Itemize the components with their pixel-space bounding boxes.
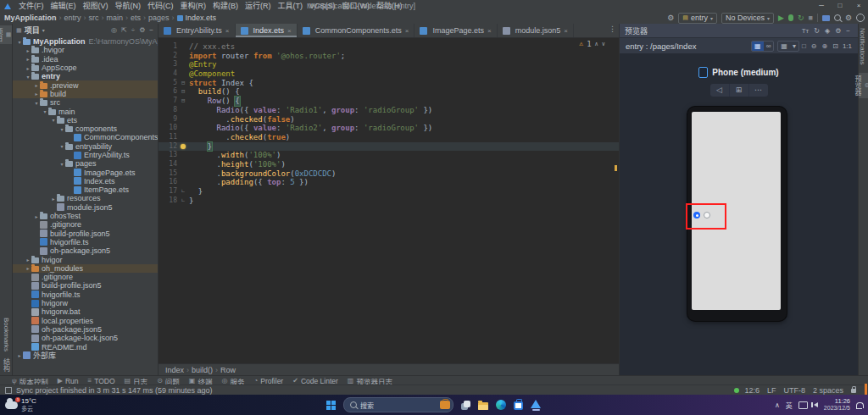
tree-chevron-icon[interactable]: ▸ bbox=[50, 196, 57, 202]
account-avatar[interactable] bbox=[856, 14, 865, 22]
run-button[interactable]: ▶ bbox=[778, 13, 784, 23]
menu-item[interactable]: 重构(R) bbox=[177, 0, 210, 12]
debug-button[interactable] bbox=[788, 14, 793, 21]
fold-marker-icon[interactable]: ⊟ bbox=[181, 97, 189, 106]
tree-item[interactable]: ▸.preview bbox=[13, 80, 158, 89]
taskbar-clock[interactable]: 11:26 2023/12/5 bbox=[824, 398, 850, 412]
tree-item[interactable]: ▾main bbox=[13, 107, 158, 115]
menu-item[interactable]: 代码(C) bbox=[144, 0, 177, 12]
code-line[interactable]: 10 Radio({ value: 'Radio2', group: 'radi… bbox=[159, 124, 619, 133]
tree-item[interactable]: ▾entryability bbox=[13, 142, 158, 151]
code-line[interactable]: 13 .width('100%') bbox=[159, 151, 619, 160]
tree-chevron-icon[interactable]: ▾ bbox=[25, 74, 31, 80]
tree-item[interactable]: hvigorfile.ts bbox=[13, 290, 158, 299]
tool-tab-notifications[interactable]: Notifications bbox=[859, 25, 868, 68]
code-line[interactable]: 1// xxx.ets bbox=[159, 42, 619, 52]
code-line[interactable]: 18∟} bbox=[159, 196, 619, 206]
preview-tool-icon[interactable]: ⊡ bbox=[830, 42, 841, 50]
menu-item[interactable]: 工具(T) bbox=[275, 0, 307, 12]
tree-item[interactable]: ▸.hvigor bbox=[13, 46, 158, 54]
tree-item[interactable]: ▸AppScope bbox=[13, 64, 158, 72]
tree-item[interactable]: .gitignore bbox=[13, 273, 158, 281]
caret-position[interactable]: 12:6 bbox=[744, 386, 760, 395]
hidden-icons-chevron[interactable]: ∧ bbox=[775, 401, 780, 409]
editor-breadcrumb-item[interactable]: build() bbox=[192, 366, 213, 374]
tree-item[interactable]: ▾ets bbox=[13, 116, 158, 125]
indent-setting[interactable]: 2 spaces bbox=[813, 386, 843, 395]
task-view-button[interactable] bbox=[461, 401, 470, 410]
editor-tab[interactable]: module.json5× bbox=[498, 24, 574, 37]
code-line[interactable]: 4@Component bbox=[159, 69, 619, 79]
tree-item[interactable]: local.properties bbox=[13, 317, 158, 325]
tree-item[interactable]: ▸ohosTest bbox=[13, 212, 158, 220]
breadcrumb-item[interactable]: ets bbox=[131, 14, 141, 22]
close-tab-icon[interactable]: × bbox=[287, 27, 292, 35]
tree-chevron-icon[interactable]: ▾ bbox=[58, 126, 65, 132]
menu-item[interactable]: 运行(R) bbox=[242, 0, 275, 12]
tree-item[interactable]: .gitignore bbox=[13, 220, 158, 229]
code-line[interactable]: 2import router from '@ohos.router'; bbox=[159, 52, 619, 61]
device-control-button[interactable]: ⋯ bbox=[749, 84, 768, 97]
tool-window-button[interactable]: ✔Code Linter bbox=[292, 377, 338, 385]
fold-marker-icon[interactable]: ⊟ bbox=[181, 87, 189, 97]
collapse-all-icon[interactable]: ⇱ bbox=[120, 26, 128, 34]
tree-item[interactable]: ▸.idea bbox=[13, 55, 158, 64]
edge-browser-button[interactable] bbox=[496, 400, 506, 410]
sync-settings-icon[interactable]: ⚙ bbox=[667, 13, 674, 23]
tree-chevron-icon[interactable]: ▾ bbox=[33, 100, 40, 106]
tree-item[interactable]: ▾pages bbox=[13, 159, 158, 168]
tree-chevron-icon[interactable]: ▾ bbox=[42, 108, 48, 114]
minimize-button[interactable]: ─ bbox=[812, 0, 831, 12]
previewer-header-icon[interactable]: ↻ bbox=[811, 27, 822, 35]
tree-item[interactable]: oh-package-lock.json5 bbox=[13, 334, 158, 342]
close-tab-icon[interactable]: × bbox=[487, 27, 492, 35]
code-line[interactable]: 11 .checked(true) bbox=[159, 133, 619, 142]
tree-item[interactable]: CommonComponents.ets bbox=[13, 133, 158, 141]
tree-item[interactable]: ▸外部库 bbox=[13, 351, 158, 360]
expand-settings-icon[interactable]: ÷ bbox=[131, 26, 136, 34]
tree-item[interactable]: build-profile.json5 bbox=[13, 281, 158, 290]
taskbar-search[interactable]: 搜索 bbox=[343, 397, 453, 412]
tool-tab-previewer[interactable]: ⚙预览器 bbox=[859, 73, 868, 98]
tree-chevron-icon[interactable]: ▸ bbox=[25, 65, 31, 71]
input-language[interactable]: 英 bbox=[786, 401, 793, 410]
component-preview-toggle[interactable]: ▦ bbox=[752, 42, 764, 51]
zoom-ratio[interactable]: 1:1 bbox=[843, 42, 852, 50]
tree-item[interactable]: ▸hvigor bbox=[13, 255, 158, 263]
tool-tab-project[interactable]: ▦项目 bbox=[0, 25, 12, 44]
editor-tab[interactable]: EntryAbility.ts× bbox=[159, 24, 236, 37]
editor-breadcrumb-item[interactable]: Index bbox=[165, 366, 184, 374]
fold-marker-icon[interactable]: ∟ bbox=[181, 196, 189, 206]
tree-item[interactable]: ImagePage.ets bbox=[13, 168, 158, 176]
tree-item[interactable]: module.json5 bbox=[13, 203, 158, 212]
grid-icon[interactable]: ▦ bbox=[778, 42, 790, 51]
tree-chevron-icon[interactable]: ▾ bbox=[58, 143, 65, 149]
file-explorer-button[interactable] bbox=[478, 402, 488, 410]
search-icon[interactable] bbox=[834, 14, 841, 21]
tree-item[interactable]: ▸resources bbox=[13, 194, 158, 202]
tree-chevron-icon[interactable]: ▾ bbox=[58, 161, 65, 167]
device-control-button[interactable]: ⊞ bbox=[730, 84, 749, 97]
code-line[interactable]: 12∟ } bbox=[159, 142, 619, 152]
device-file-browser-icon[interactable] bbox=[822, 15, 830, 21]
tree-item[interactable]: ▾entry bbox=[13, 72, 158, 80]
preview-tool-icon[interactable]: ⊖ bbox=[809, 42, 820, 50]
tree-item[interactable]: ▾MyApplicationE:\HarmonyOS\MyApplicatio bbox=[13, 37, 158, 46]
tool-tab-structure[interactable]: 结构 bbox=[2, 358, 11, 372]
tree-chevron-icon[interactable]: ▸ bbox=[25, 265, 31, 271]
start-button[interactable] bbox=[326, 401, 336, 410]
file-encoding[interactable]: UTF-8 bbox=[783, 386, 805, 395]
close-button[interactable]: × bbox=[849, 0, 868, 12]
close-tab-icon[interactable]: × bbox=[564, 27, 568, 35]
maximize-button[interactable]: □ bbox=[831, 0, 849, 12]
device-control-button[interactable]: ◁ bbox=[710, 84, 730, 97]
fold-marker-icon[interactable]: ⊟ bbox=[181, 79, 189, 88]
code-line[interactable]: 6⊟ build() { bbox=[159, 87, 619, 97]
deveco-studio-button[interactable] bbox=[531, 400, 541, 411]
tree-item[interactable]: Index.ets bbox=[13, 177, 158, 185]
line-ending[interactable]: LF bbox=[767, 386, 776, 395]
panel-settings-icon[interactable]: ⚙ bbox=[138, 26, 146, 34]
preview-tool-icon[interactable]: □ bbox=[799, 42, 809, 50]
intention-bulb-icon[interactable] bbox=[181, 144, 186, 149]
profiler-button[interactable]: ↻ bbox=[798, 13, 804, 23]
